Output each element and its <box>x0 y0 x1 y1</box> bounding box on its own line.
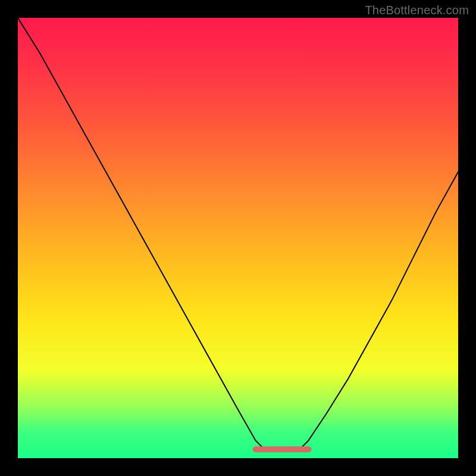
chart-frame: TheBottleneck.com <box>0 0 476 476</box>
plot-svg <box>18 18 458 458</box>
plot-area <box>18 18 458 458</box>
watermark-text: TheBottleneck.com <box>365 4 469 17</box>
gradient-background <box>18 18 458 458</box>
